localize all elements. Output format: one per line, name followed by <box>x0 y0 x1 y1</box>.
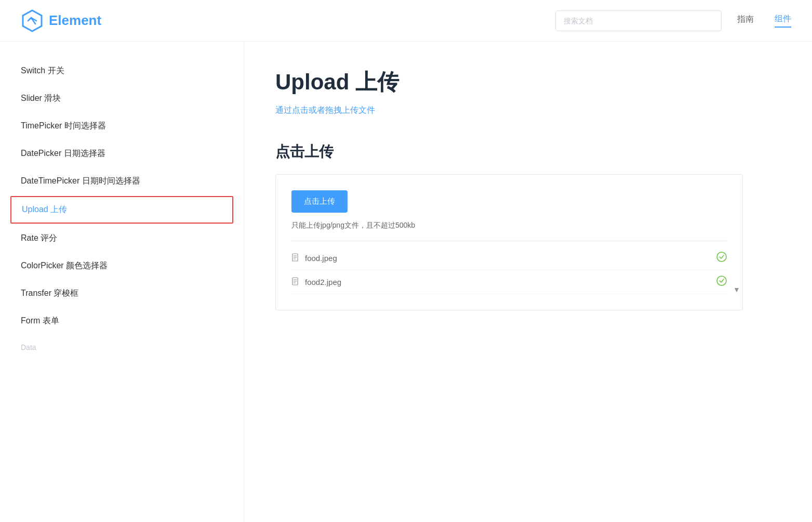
sidebar-item-datetimepicker[interactable]: DateTimePicker 日期时间选择器 <box>0 167 244 195</box>
sidebar-item-colorpicker[interactable]: ColorPicker 颜色选择器 <box>0 252 244 280</box>
file-item: food.jpeg <box>291 246 727 270</box>
file-name-2: food2.jpeg <box>305 278 716 286</box>
header: Element 指南 组件 <box>0 0 812 42</box>
logo[interactable]: Element <box>21 9 101 32</box>
sidebar-item-switch[interactable]: Switch 开关 <box>0 57 244 85</box>
main-content: Upload 上传 通过点击或者拖拽上传文件 点击上传 点击上传 只能上传jpg… <box>244 42 812 522</box>
upload-button[interactable]: 点击上传 <box>291 190 348 213</box>
upload-hint: 只能上传jpg/png文件，且不超过500kb <box>291 221 727 230</box>
sidebar-item-transfer[interactable]: Transfer 穿梭框 <box>0 280 244 307</box>
sidebar-item-form[interactable]: Form 表单 <box>0 307 244 335</box>
file-icon <box>291 277 300 288</box>
nav-guide[interactable]: 指南 <box>737 14 754 27</box>
scroll-indicator: ▼ <box>734 285 739 294</box>
svg-point-5 <box>717 252 726 262</box>
body-layout: Switch 开关 Slider 滑块 TimePicker 时间选择器 Dat… <box>0 42 812 522</box>
sidebar-item-slider[interactable]: Slider 滑块 <box>0 85 244 112</box>
sidebar-item-upload[interactable]: Upload 上传 <box>10 196 233 224</box>
section-title: 点击上传 <box>275 142 781 162</box>
upload-card: 点击上传 只能上传jpg/png文件，且不超过500kb food.jpeg <box>275 174 743 310</box>
svg-point-10 <box>717 276 726 285</box>
logo-text: Element <box>49 12 101 29</box>
sidebar-item-data[interactable]: Data <box>0 335 244 360</box>
nav-components[interactable]: 组件 <box>775 14 791 28</box>
logo-icon <box>21 9 44 32</box>
file-status-1 <box>716 252 727 265</box>
file-name-1: food.jpeg <box>305 254 716 263</box>
nav-links: 指南 组件 <box>737 14 791 28</box>
sidebar: Switch 开关 Slider 滑块 TimePicker 时间选择器 Dat… <box>0 42 244 522</box>
file-icon <box>291 253 300 264</box>
page-subtitle: 通过点击或者拖拽上传文件 <box>275 105 781 116</box>
sidebar-item-rate[interactable]: Rate 评分 <box>0 225 244 252</box>
file-list: food.jpeg <box>291 241 727 294</box>
file-item: food2.jpeg <box>291 270 727 294</box>
sidebar-item-timepicker[interactable]: TimePicker 时间选择器 <box>0 112 244 140</box>
page-title: Upload 上传 <box>275 68 781 97</box>
file-status-2 <box>716 276 727 289</box>
search-input[interactable] <box>555 10 722 31</box>
chevron-down-icon: ▼ <box>733 285 740 294</box>
svg-marker-0 <box>23 10 42 31</box>
sidebar-item-datepicker[interactable]: DatePicker 日期选择器 <box>0 140 244 167</box>
